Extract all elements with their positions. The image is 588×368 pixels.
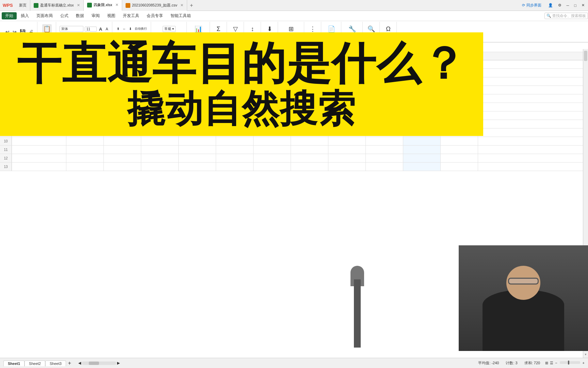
cell[interactable] <box>141 145 179 154</box>
ribbon-tab-start[interactable]: 开始 <box>2 12 17 19</box>
cell[interactable] <box>254 154 291 162</box>
cell[interactable] <box>141 154 179 162</box>
cell[interactable] <box>104 163 141 171</box>
cell[interactable] <box>12 154 66 162</box>
cell[interactable] <box>403 163 441 171</box>
sheet-tab-2[interactable]: Sheet2 <box>24 361 45 366</box>
cell[interactable] <box>216 163 254 171</box>
cell[interactable] <box>216 145 254 154</box>
cell[interactable] <box>403 137 441 145</box>
tab-excel1[interactable]: 盈通车标底确立.xlsx ✕ <box>30 0 84 11</box>
cell[interactable] <box>141 163 179 171</box>
cell[interactable] <box>403 145 441 154</box>
ribbon-tab-layout[interactable]: 页面布局 <box>33 12 56 19</box>
cell[interactable] <box>216 154 254 162</box>
cell[interactable] <box>291 154 328 162</box>
cell[interactable] <box>66 145 104 154</box>
cell[interactable] <box>12 137 66 145</box>
tab-add-button[interactable]: + <box>187 2 196 9</box>
cell[interactable] <box>328 154 366 162</box>
cell[interactable] <box>104 137 141 145</box>
tab-excel2-close[interactable]: ✕ <box>115 3 118 7</box>
sheet-tab-3[interactable]: Sheet3 <box>45 361 66 366</box>
title-bar: WPS 新页 盈通车标底确立.xlsx ✕ 四象限.xlsx ✕ 2021060… <box>0 0 588 11</box>
ribbon-tab-dev[interactable]: 开发工具 <box>119 12 143 19</box>
font-size-select[interactable]: 11 <box>85 27 97 32</box>
close-window-icon[interactable]: ✕ <box>582 3 585 7</box>
cell[interactable] <box>441 137 478 145</box>
cell[interactable] <box>254 163 291 171</box>
bottom-stats: 平均值: -240 计数: 3 求和: 720 <box>478 361 540 366</box>
search-box[interactable]: 🔍 查找命令、搜索模板 <box>544 13 588 19</box>
wrap-text-button[interactable]: 自动换行 <box>134 26 148 31</box>
cell[interactable] <box>328 163 366 171</box>
cell[interactable] <box>254 145 291 154</box>
page-break-icon[interactable]: ☰ <box>550 361 553 365</box>
align-bottom-button[interactable]: ⬇ <box>128 26 133 31</box>
cell[interactable] <box>328 137 366 145</box>
font-size-up[interactable]: A <box>98 26 103 32</box>
align-middle-button[interactable]: ↔ <box>121 26 127 31</box>
tab-excel1-close[interactable]: ✕ <box>77 3 80 7</box>
worksheet-icon: 📄 <box>328 25 335 33</box>
sheet-tab-1[interactable]: Sheet1 <box>3 361 24 366</box>
row-number: 10 <box>0 137 12 145</box>
tab-excel2[interactable]: 四象限.xlsx ✕ <box>84 0 122 11</box>
ribbon-tab-ai[interactable]: 智能工具箱 <box>167 12 194 19</box>
cell[interactable] <box>366 145 403 154</box>
tab-csv-close[interactable]: ✕ <box>180 3 183 7</box>
cell[interactable] <box>403 154 441 162</box>
font-size-down[interactable]: A <box>104 27 109 31</box>
cell[interactable] <box>328 145 366 154</box>
cell[interactable] <box>441 154 478 162</box>
cell[interactable] <box>179 137 216 145</box>
cell[interactable] <box>104 154 141 162</box>
normal-view-icon[interactable]: ⊞ <box>545 361 548 365</box>
cell[interactable] <box>179 154 216 162</box>
cell[interactable] <box>179 163 216 171</box>
ribbon-tab-view[interactable]: 视图 <box>104 12 119 19</box>
cell[interactable] <box>66 154 104 162</box>
cell[interactable] <box>291 145 328 154</box>
table-row: 13 <box>0 163 588 171</box>
minimize-icon[interactable]: ─ <box>567 3 569 7</box>
tab-csv-label: 20210602085239_如愿.csv <box>132 3 177 8</box>
cell[interactable] <box>366 154 403 162</box>
scroll-right-icon[interactable]: ▶ <box>117 361 120 365</box>
zoom-in-icon[interactable]: + <box>583 361 585 365</box>
ribbon-tab-member[interactable]: 会员专享 <box>143 12 166 19</box>
cell[interactable] <box>254 137 291 145</box>
number-format-select[interactable]: 常规 ▾ <box>163 26 176 32</box>
sync-button[interactable]: ⟳ 同步界面 <box>520 3 543 8</box>
scroll-left-icon[interactable]: ◀ <box>78 361 81 365</box>
tab-new[interactable]: 新页 <box>16 0 30 11</box>
cell[interactable] <box>66 137 104 145</box>
cell[interactable] <box>12 145 66 154</box>
maximize-icon[interactable]: □ <box>574 3 576 7</box>
settings-icon[interactable]: ⚙ <box>558 3 561 7</box>
user-icon[interactable]: 👤 <box>548 3 553 7</box>
cell[interactable] <box>291 137 328 145</box>
cell[interactable] <box>66 163 104 171</box>
ribbon-tab-formula[interactable]: 公式 <box>57 12 72 19</box>
cell[interactable] <box>366 163 403 171</box>
ribbon-tab-review[interactable]: 审阅 <box>88 12 103 19</box>
cell[interactable] <box>104 145 141 154</box>
tab-csv[interactable]: 20210602085239_如愿.csv ✕ <box>122 0 187 11</box>
table-row: 10 <box>0 137 588 145</box>
cell[interactable] <box>441 145 478 154</box>
cell[interactable] <box>179 145 216 154</box>
bottom-icons: ⊞ ☰ − + <box>545 361 585 365</box>
ribbon-tab-data[interactable]: 数据 <box>72 12 87 19</box>
font-family-select[interactable]: 宋体 <box>60 26 83 32</box>
zoom-out-icon[interactable]: − <box>555 361 557 365</box>
cell[interactable] <box>216 137 254 145</box>
cell[interactable] <box>291 163 328 171</box>
add-sheet-button[interactable]: + <box>66 360 73 366</box>
align-top-button[interactable]: ⬆ <box>116 26 120 31</box>
cell[interactable] <box>141 137 179 145</box>
ribbon-tab-insert[interactable]: 插入 <box>17 12 32 19</box>
cell[interactable] <box>12 163 66 171</box>
cell[interactable] <box>441 163 478 171</box>
cell[interactable] <box>366 137 403 145</box>
